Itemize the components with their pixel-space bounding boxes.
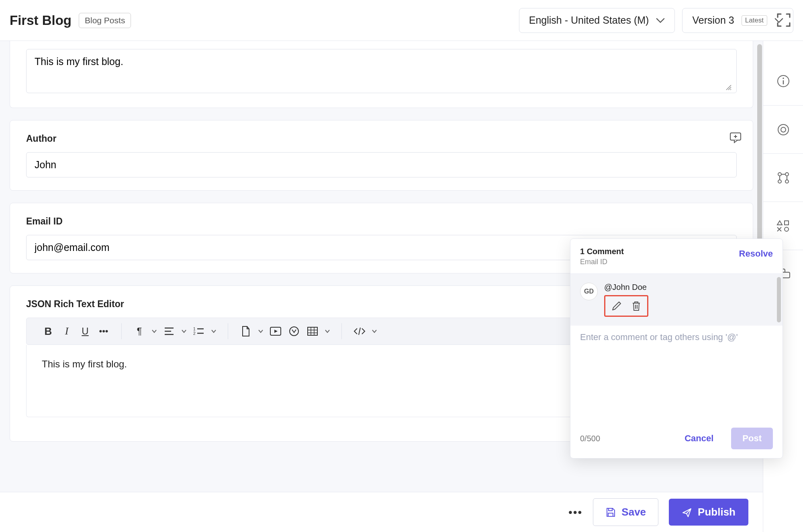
comment-avatar: GD [580,283,598,300]
list-icon: 12 [193,327,204,336]
svg-point-15 [785,227,789,231]
sidebar-info-button[interactable] [763,57,803,105]
svg-point-7 [783,77,784,79]
comment-post-button[interactable]: Post [731,428,773,449]
underline-button[interactable]: U [77,323,93,339]
video-icon [270,326,282,336]
info-icon [776,74,790,88]
comment-thread-scrollbar[interactable] [777,277,781,322]
pencil-icon [611,300,622,312]
comment-popover: 1 Comment Email ID Resolve GD @John Doe … [570,238,783,459]
document-button[interactable] [238,323,254,339]
paragraph-chevron[interactable] [150,323,159,339]
publish-button[interactable]: Publish [669,499,748,526]
sidebar-target-button[interactable] [763,105,803,153]
page-title: First Blog [10,13,72,28]
shapes-icon [776,220,790,232]
svg-point-8 [778,124,789,135]
sidebar-workflow-button[interactable] [763,153,803,202]
comment-mention: @John Doe [604,283,648,292]
intro-textarea[interactable] [26,49,737,93]
comment-field-ref: Email ID [580,258,773,266]
fullscreen-icon [776,12,791,28]
paragraph-button[interactable]: ¶ [131,323,147,339]
more-formatting-button[interactable]: ••• [96,323,112,339]
comment-popover-header: 1 Comment Email ID Resolve [570,239,783,274]
delete-comment-button[interactable] [631,300,642,312]
resize-handle-icon[interactable] [725,84,732,91]
version-label: Version 3 [692,14,734,26]
publish-label: Publish [698,506,736,518]
fullscreen-button[interactable] [775,11,793,29]
author-input[interactable] [26,152,737,177]
align-icon [164,327,174,336]
align-button[interactable] [161,323,177,339]
list-button[interactable]: 12 [191,323,207,339]
save-label: Save [621,506,646,518]
author-label: Author [26,133,737,144]
content-type-badge[interactable]: Blog Posts [79,13,131,28]
italic-button[interactable]: I [59,323,75,339]
svg-text:2: 2 [193,331,196,336]
locale-dropdown[interactable]: English - United States (M) [519,8,675,33]
comment-char-counter: 0/500 [580,434,600,443]
add-comment-button[interactable] [729,131,742,145]
svg-point-10 [778,173,781,176]
comment-input[interactable] [580,332,773,420]
align-chevron[interactable] [180,323,188,339]
svg-point-12 [778,180,781,183]
svg-rect-14 [785,221,789,225]
trash-icon [631,300,642,312]
svg-point-9 [781,127,786,132]
video-button[interactable] [268,323,284,339]
svg-text:1: 1 [193,327,196,331]
svg-point-13 [785,180,789,183]
edit-comment-button[interactable] [611,300,622,312]
code-button[interactable] [351,323,368,339]
comment-footer: 0/500 Cancel Post [570,422,783,458]
email-label: Email ID [26,216,737,227]
bold-button[interactable]: B [40,323,56,339]
document-icon [241,326,251,337]
target-icon [776,123,790,137]
latest-badge: Latest [742,15,767,26]
save-button[interactable]: Save [593,498,658,526]
action-bar: ••• Save Publish [0,492,763,532]
author-card: Author [10,120,753,191]
publish-icon [682,507,692,518]
svg-point-4 [290,327,298,336]
more-actions-button[interactable]: ••• [568,506,582,519]
code-icon [353,327,366,336]
code-chevron[interactable] [370,323,379,339]
table-button[interactable] [304,323,321,339]
comment-actions-highlight [604,295,648,317]
save-icon [605,507,616,518]
resolve-button[interactable]: Resolve [739,249,773,259]
document-chevron[interactable] [256,323,265,339]
list-chevron[interactable] [209,323,218,339]
comment-thread-item: GD @John Doe [570,274,783,326]
header-bar: First Blog Blog Posts English - United S… [0,0,803,41]
intro-card [10,41,753,108]
embed-icon [288,326,300,337]
comment-plus-icon [729,132,742,143]
embed-button[interactable] [286,323,302,339]
svg-point-11 [785,173,789,176]
table-icon [307,326,318,336]
chevron-down-icon [656,18,665,23]
locale-label: English - United States (M) [529,14,649,26]
comment-cancel-button[interactable]: Cancel [673,428,725,449]
table-chevron[interactable] [323,323,332,339]
comment-compose-area [570,326,783,422]
svg-rect-5 [308,327,317,335]
workflow-icon [776,171,790,185]
